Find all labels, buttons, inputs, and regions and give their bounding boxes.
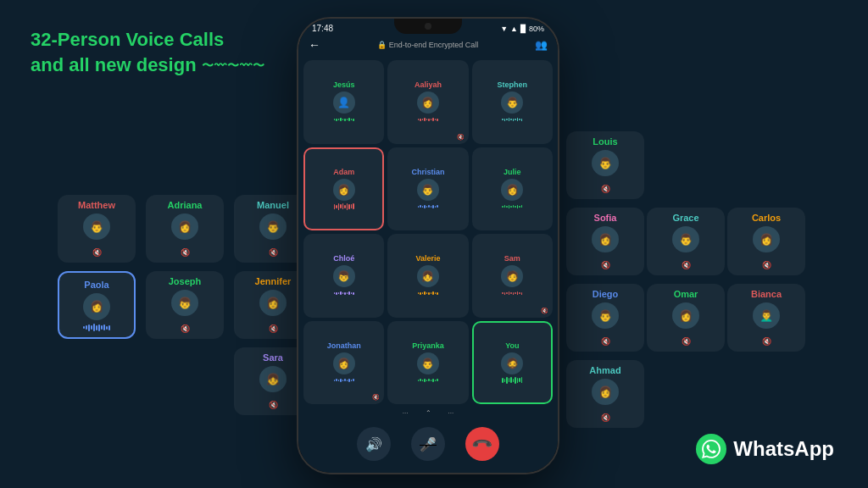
speaker-button[interactable]: 🔊 <box>357 427 391 461</box>
camera-dot <box>425 23 431 30</box>
bg-card-avatar: 👨 <box>672 226 699 252</box>
bg-card-name: Joseph <box>169 276 202 286</box>
bg-card-diego: Diego👨🔇 <box>566 284 644 352</box>
mute-indicator: 🔇 <box>372 394 380 401</box>
bg-card-paola: Paola👩 <box>58 271 136 339</box>
chevron-up-icon[interactable]: ⌃ <box>426 409 431 417</box>
bg-card-name: Paola <box>84 280 108 290</box>
participant-cell-jesús: Jesús👤 <box>303 60 384 144</box>
headline-line1: 32-Person Voice Calls <box>31 27 265 53</box>
bg-card-wave: 🔇 <box>269 396 278 411</box>
participant-wave <box>502 203 522 210</box>
more-dot-2: ··· <box>448 409 454 417</box>
bg-card-joseph: Joseph👦🔇 <box>146 271 224 339</box>
participant-cell-julie: Julie👩 <box>472 147 553 231</box>
more-dots: ··· ⌃ ··· <box>403 409 453 417</box>
participant-wave <box>502 116 522 123</box>
bg-card-wave: 🔇 <box>601 408 610 424</box>
bg-card-mic: 🔇 <box>682 261 691 269</box>
bg-card-wave <box>83 324 110 332</box>
bg-card-avatar: 👨‍🦱 <box>753 302 780 329</box>
bg-card-mic: 🔇 <box>601 261 610 269</box>
end-call-icon: 📞 <box>470 432 494 456</box>
end-call-button[interactable]: 📞 <box>465 427 499 461</box>
back-button[interactable]: ← <box>309 38 320 52</box>
participant-name: Aaliyah <box>415 80 442 89</box>
participant-wave <box>502 377 522 384</box>
battery-icon: ▉ <box>520 25 526 33</box>
participant-name: Christian <box>411 168 444 176</box>
participant-avatar: 👦 <box>333 265 355 287</box>
bg-card-name: Sofia <box>594 213 617 223</box>
bg-card-avatar: 👩 <box>753 226 780 252</box>
bg-card-adriana: Adriana👩🔇 <box>146 195 224 263</box>
bg-card-mic: 🔇 <box>269 248 278 257</box>
bg-card-avatar: 👩 <box>592 379 619 405</box>
bg-card-name: Bianca <box>751 289 782 299</box>
bg-card-avatar: 👨 <box>592 302 619 329</box>
call-header: ← 🔒 End-to-end Encrypted Call 👥 <box>298 35 558 57</box>
participant-wave <box>418 377 438 384</box>
mute-button[interactable]: 🎤 <box>411 427 445 461</box>
participant-wave <box>418 290 438 297</box>
participant-name: You <box>505 341 519 350</box>
encryption-label: 🔒 End-to-end Encrypted Call <box>377 41 479 49</box>
participant-avatar: 👧 <box>417 265 439 287</box>
bg-card-louis: Louis👨🔇 <box>566 131 644 199</box>
signal-icon: ▼ <box>500 25 508 33</box>
bg-card-name: Diego <box>593 289 619 299</box>
participant-wave <box>418 203 438 210</box>
whatsapp-logo <box>696 434 726 464</box>
bg-card-mic: 🔇 <box>181 324 190 333</box>
bg-card-wave: 🔇 <box>92 243 102 258</box>
participants-grid: Jesús👤Aaliyah👩🔇Stephen👨Adam👩Christian👨Ju… <box>298 57 558 408</box>
participant-avatar: 👩 <box>333 352 355 374</box>
more-row: ··· ⌃ ··· <box>298 408 558 419</box>
bg-card-mic: 🔇 <box>601 413 610 422</box>
bg-card-name: Ahmad <box>589 365 620 375</box>
bg-card-mic: 🔇 <box>269 324 278 333</box>
participant-name: Priyanka <box>412 341 444 350</box>
bg-card-mic: 🔇 <box>601 337 610 346</box>
bg-card-wave: 🔇 <box>181 319 190 335</box>
bg-card-wave: 🔇 <box>601 256 610 271</box>
headline-line2: and all new design 〜〰〜〰〜 <box>31 53 265 78</box>
whatsapp-icon <box>702 440 721 458</box>
bg-card-wave: 🔇 <box>682 256 691 271</box>
group-icon[interactable]: 👥 <box>535 39 548 51</box>
participant-cell-priyanka: Priyanka👨 <box>387 321 468 405</box>
participant-name: Sam <box>504 254 520 263</box>
bg-card-matthew: Matthew👨🔇 <box>58 195 136 263</box>
battery-pct: 80% <box>529 25 544 33</box>
headline: 32-Person Voice Calls and all new design… <box>31 27 265 77</box>
bg-card-sofia: Sofia👩🔇 <box>566 208 644 275</box>
more-dot-1: ··· <box>403 409 409 417</box>
bg-card-wave: 🔇 <box>269 319 278 335</box>
bg-card-avatar: 👨 <box>83 214 110 240</box>
participant-name: Chloé <box>333 254 354 263</box>
participant-cell-you: You🧔 <box>472 321 553 405</box>
call-controls: 🔊 🎤 📞 <box>298 419 558 473</box>
bg-card-name: Adriana <box>168 200 203 210</box>
participant-wave <box>334 203 354 210</box>
participant-name: Julie <box>504 168 521 176</box>
bg-card-avatar: 👦 <box>171 290 198 316</box>
bg-card-wave: 🔇 <box>762 332 771 347</box>
bg-card-wave: 🔇 <box>601 180 610 195</box>
participant-avatar: 👨 <box>417 179 439 201</box>
participant-avatar: 🧔 <box>501 352 523 374</box>
participant-wave <box>418 116 438 123</box>
participant-name: Jesús <box>333 80 355 89</box>
bg-card-mic: 🔇 <box>762 261 771 269</box>
bg-card-name: Matthew <box>78 200 115 210</box>
participant-avatar: 👩 <box>417 92 439 114</box>
bg-card-avatar: 👩 <box>259 290 287 316</box>
participant-wave <box>334 290 354 297</box>
speaker-icon: 🔊 <box>365 436 382 452</box>
status-time: 17:48 <box>312 24 333 33</box>
participant-wave <box>502 290 522 297</box>
bg-card-bianca: Bianca👨‍🦱🔇 <box>727 284 805 352</box>
participant-name: Jonathan <box>327 341 361 350</box>
bg-card-avatar: 👩 <box>592 226 619 252</box>
participant-avatar: 👤 <box>333 92 355 114</box>
